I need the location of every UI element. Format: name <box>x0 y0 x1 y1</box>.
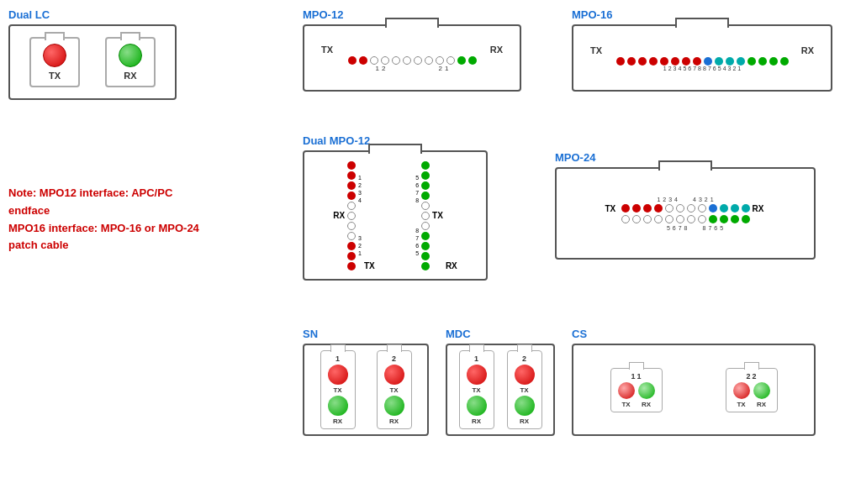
mpo24-top-dots: TX RX <box>605 204 766 213</box>
mdc-port1-circle-red <box>467 365 487 385</box>
mpo16-dot-11 <box>726 57 734 66</box>
tx-label-right: TX <box>432 211 443 220</box>
cs-pair1-nums: 1 1 <box>631 372 641 381</box>
dot-2 <box>359 56 367 65</box>
dot-9 <box>436 56 444 65</box>
dot-7 <box>414 56 422 65</box>
mpo24-bottom-dots <box>605 215 766 223</box>
cs-p2-n2: 2 <box>753 372 757 381</box>
sn-port1-rx: RX <box>333 417 342 425</box>
sn-port2-rx: RX <box>389 417 399 425</box>
cs-p2-red <box>733 382 750 399</box>
mpo12-tx-rx-row: TX RX <box>304 45 520 55</box>
dual-lc-label: Dual LC <box>8 8 177 21</box>
sn-port2-circle-red <box>384 365 404 385</box>
sn-port1-tx: TX <box>333 386 341 394</box>
mpo16-dot-8 <box>693 57 701 66</box>
cs-p2-n1: 2 <box>746 372 750 381</box>
mdc-port1-num: 1 <box>474 354 478 363</box>
mpo16-dot-9 <box>704 57 712 66</box>
left-dots-col <box>347 161 356 270</box>
dual-mpo12-box: RX 1234 · · <box>303 150 488 281</box>
page: Dual LC TX RX MPO-12 TX RX <box>0 0 861 504</box>
mpo12-section: MPO-12 TX RX 12 21 <box>303 8 521 92</box>
mpo16-dot-16 <box>780 57 789 66</box>
mpo16-dot-2 <box>627 57 636 66</box>
mpo24-top-numbers: 1234 4321 <box>657 197 713 202</box>
mpo12-box: TX RX 12 21 <box>303 24 521 92</box>
note-section: Note: MPO12 interface: APC/PC endface MP… <box>8 185 294 255</box>
note-text: Note: MPO12 interface: APC/PC endface MP… <box>8 185 294 255</box>
sn-port-2: 2 TX RX <box>377 350 412 429</box>
mpo24-tx: TX <box>605 204 619 213</box>
mdc-port1-tx: TX <box>472 386 480 394</box>
dual-mpo12-section: Dual MPO-12 RX <box>303 134 488 281</box>
mpo16-rx: RX <box>801 45 814 55</box>
dot-11 <box>457 56 466 65</box>
sn-label: SN <box>303 328 429 340</box>
mpo24-bottom-numbers: 5678 8765 <box>647 225 723 231</box>
sn-port1-circle-green <box>328 396 348 416</box>
mpo16-dot-14 <box>758 57 767 66</box>
note-line4: patch cable <box>8 239 69 251</box>
mpo24-rx: RX <box>753 204 766 213</box>
sn-section: SN 1 TX RX 2 TX RX <box>303 328 429 436</box>
mpo16-dot-7 <box>682 57 690 66</box>
left-numbers: 1234 · · · · 321 <box>358 175 362 256</box>
right-dots-col <box>421 161 430 270</box>
dot-5 <box>392 56 400 65</box>
cs-pair2-nums: 2 2 <box>746 372 756 381</box>
mpo16-dot-6 <box>671 57 679 66</box>
dual-mpo12-right: 5678 · · · 8765 <box>415 161 457 270</box>
mpo16-tx-rx-row: TX RX <box>573 45 831 55</box>
right-numbers: 5678 · · · 8765 <box>415 175 419 256</box>
mdc-port-1: 1 TX RX <box>459 350 494 429</box>
mpo16-tx: TX <box>590 45 602 55</box>
sn-port2-num: 2 <box>392 354 396 363</box>
cs-p1-n1: 1 <box>631 372 635 381</box>
dot-3 <box>370 56 378 65</box>
note-line3: MPO16 interface: MPO-16 or MPO-24 <box>8 222 199 234</box>
mpo16-box: TX RX 123456 <box>572 24 832 92</box>
mpo16-numbers: 12345678 87654321 <box>663 66 742 71</box>
dot-1 <box>348 56 357 65</box>
mdc-port2-circle-red <box>515 365 535 385</box>
mpo24-box: 1234 4321 TX RX <box>555 167 816 260</box>
mpo12-tx: TX <box>321 45 333 55</box>
dual-mpo12-left: RX 1234 · · <box>333 161 375 270</box>
mpo16-dot-15 <box>769 57 778 66</box>
dot-12 <box>468 56 477 65</box>
rx-label-right: RX <box>446 261 457 270</box>
mdc-box: 1 TX RX 2 TX RX <box>446 344 555 436</box>
cs-pair2-circles: TX RX <box>733 382 770 408</box>
sn-port1-num: 1 <box>335 354 340 363</box>
rx-circle <box>119 44 142 67</box>
lc-port-rx: RX <box>105 37 156 87</box>
note-line2: endface <box>8 204 50 217</box>
cs-label: CS <box>572 328 816 340</box>
mdc-port2-circle-green <box>515 396 535 416</box>
mpo16-dot-3 <box>638 57 647 66</box>
tx-label-left: TX <box>364 261 375 270</box>
tx-label: TX <box>49 71 61 81</box>
cs-pair-1: 1 1 TX RX <box>610 368 663 412</box>
rx-label: RX <box>124 71 136 81</box>
mdc-label: MDC <box>446 328 555 340</box>
mpo12-numbers: 12 21 <box>376 65 449 72</box>
cs-p1-n2: 1 <box>637 372 642 381</box>
cs-box: 1 1 TX RX 2 2 <box>572 344 816 436</box>
mpo16-section: MPO-16 TX RX <box>572 8 832 92</box>
cs-pair-2: 2 2 TX RX <box>726 368 778 412</box>
mpo16-dots <box>616 57 789 66</box>
sn-port1-circle-red <box>328 365 348 385</box>
dual-lc-box: TX RX <box>8 24 177 100</box>
mpo16-dot-4 <box>649 57 658 66</box>
cs-p2-green <box>753 382 770 399</box>
sn-port2-tx: TX <box>389 386 398 394</box>
dual-lc-section: Dual LC TX RX <box>8 8 177 100</box>
mdc-section: MDC 1 TX RX 2 TX RX <box>446 328 555 436</box>
mdc-port1-circle-green <box>467 396 487 416</box>
tx-circle <box>43 44 66 67</box>
mpo16-dot-12 <box>737 57 745 66</box>
mdc-port-2: 2 TX RX <box>507 350 542 429</box>
